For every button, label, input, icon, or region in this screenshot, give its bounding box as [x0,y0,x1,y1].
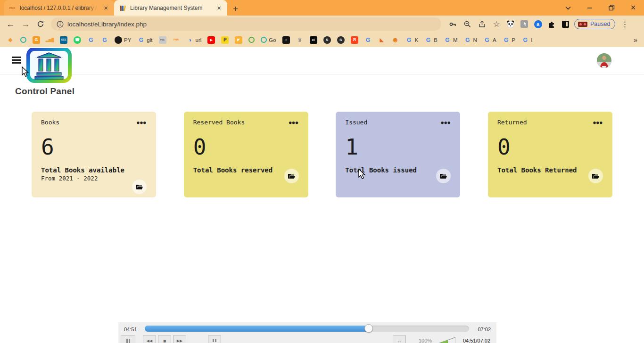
github-bookmark[interactable]: PY [115,36,131,44]
google-m-bookmark-icon: G [444,36,451,44]
eye-bookmark[interactable]: ◉ [392,36,399,44]
google-a-bookmark-label: A [493,37,496,43]
google-b-bookmark-icon: G [424,36,432,44]
s-dark-bookmark-2[interactable]: S [337,36,345,44]
page-title: Control Panel [15,86,74,97]
google-a-bookmark[interactable]: GA [483,36,496,44]
page-content: Control Panel Books ●●● 6 Total Books av… [0,47,644,343]
google-p-bookmark[interactable]: GP [503,36,516,44]
ieee-bookmark[interactable]: IEEE [60,36,67,44]
more-options-icon[interactable]: ●●● [593,119,603,125]
reload-icon[interactable] [34,17,47,31]
restore-window-icon[interactable] [601,0,622,16]
next-button[interactable]: ▶▶ [173,335,186,343]
cl-bookmark[interactable]: cl [310,36,317,44]
google-git-bookmark-label: git [147,37,152,43]
mouse-cursor [22,66,31,80]
progress-thumb[interactable] [364,324,373,333]
more-options-icon[interactable]: ●●● [289,119,299,125]
stop-button[interactable]: ■ [158,335,171,343]
google-git-bookmark[interactable]: Ggit [137,36,152,44]
bird-bookmark[interactable]: ● [282,36,290,44]
more-options-icon[interactable]: ●●● [441,119,451,125]
matlab-bookmark[interactable]: ◣ [378,36,386,44]
pma-orange-bookmark[interactable]: PMA [173,36,180,44]
marker-button[interactable] [208,335,221,343]
analytics-bars-bookmark[interactable]: ▂▅█ [46,36,54,44]
google-b-bookmark[interactable]: GB [424,36,438,44]
figure-bookmark-icon: § [296,36,304,44]
address-bar[interactable]: localhost/eLibrary/index.php [51,17,441,31]
new-tab-button[interactable]: + [233,4,238,13]
fit-width-button[interactable]: ↔ [393,335,406,343]
more-options-icon[interactable]: ●●● [137,119,147,125]
yandex-bookmark[interactable]: Я [351,36,358,44]
google-m-bookmark[interactable]: GM [444,36,458,44]
cl-bookmark-icon: cl [310,36,317,44]
close-tab-icon[interactable]: × [215,4,223,12]
hamburger-menu-icon[interactable] [12,57,21,64]
zoom-out-icon[interactable] [461,17,474,31]
recorder-paused-badge[interactable]: Paused [574,19,615,29]
google-i-bookmark-label: I [531,37,532,43]
tab-phpmyadmin[interactable]: PMA localhost / 127.0.0.1 / elibrary / a… [4,0,114,16]
pma-gray-bookmark[interactable]: PMA [159,36,166,44]
whatsapp-bookmark[interactable]: ☎ [74,36,81,44]
pause-button[interactable] [121,335,135,343]
back-icon[interactable]: ← [4,17,17,31]
p-yellow-bookmark[interactable]: P [221,36,229,44]
bookmarks-bar: ◆G▂▅█IEEE☎GGPYGgitPMAPMA◑url▶P◤Go●§clSSЯ… [0,33,644,47]
figure-bookmark[interactable]: § [296,36,304,44]
open-folder-button[interactable] [284,169,299,183]
pma-gray-bookmark-icon: PMA [159,36,166,44]
url-text[interactable]: localhost/eLibrary/index.php [67,21,147,28]
teal-go-bookmark[interactable]: Go [261,37,276,43]
darkmode-extension-icon[interactable] [559,18,571,30]
user-avatar[interactable] [597,53,611,68]
close-window-icon[interactable]: × [622,0,644,16]
tab-library-management[interactable]: Library Management System × [114,0,227,16]
s-dark-bookmark-1[interactable]: S [323,36,331,44]
google-bookmark-3[interactable]: G [364,36,372,44]
info-circle-icon[interactable] [57,21,64,28]
cassette-icon [578,22,587,27]
youtube-bookmark[interactable]: ▶ [207,36,215,44]
orange-g-bookmark[interactable]: G [33,36,40,44]
seek-bar[interactable] [145,326,469,332]
minimize-icon[interactable] [579,0,601,16]
url-bookmark-icon: ◑ [186,36,194,44]
camera-bookmark[interactable]: ◤ [235,36,242,44]
github-bookmark-label: PY [124,37,131,43]
volume-wedge[interactable] [436,337,455,343]
key-icon[interactable] [446,17,459,31]
close-tab-icon[interactable]: × [102,4,109,12]
teal-ring-bookmark[interactable] [20,37,26,43]
green-ring-bookmark[interactable] [248,37,255,43]
share-icon[interactable] [475,17,488,31]
open-folder-button[interactable] [436,169,451,183]
browser-toolbar: ← → localhost/eLibrary/index.php ☆ [0,16,644,33]
browser-menu-icon[interactable]: ⋮ [618,17,631,31]
folder-open-icon [288,173,296,179]
google-k-bookmark[interactable]: GK [405,36,419,44]
previous-button[interactable]: ◀◀ [143,335,156,343]
google-bookmark-1[interactable]: G [87,36,95,44]
panda-extension-icon[interactable] [504,18,517,30]
p-yellow-bookmark-icon: P [221,36,229,44]
a-extension-icon[interactable]: a [532,18,544,30]
hand-pointer-extension-icon[interactable] [518,18,530,30]
google-git-bookmark-icon: G [137,36,145,44]
open-folder-button[interactable] [588,169,603,183]
google-n-bookmark[interactable]: GN [464,36,477,44]
google-i-bookmark[interactable]: GI [521,36,532,44]
open-folder-button[interactable] [132,180,147,194]
url-bookmark[interactable]: ◑url [186,36,202,44]
bookmark-star-icon[interactable]: ☆ [490,17,503,31]
teal-go-bookmark-label: Go [269,37,276,43]
diamond-bookmark[interactable]: ◆ [7,36,14,44]
forward-icon[interactable]: → [19,17,32,31]
extensions-puzzle-icon[interactable] [545,18,558,30]
tab-search-chevron-icon[interactable] [557,0,579,16]
google-bookmark-2[interactable]: G [101,36,108,44]
bookmarks-overflow-chevron[interactable]: » [634,36,637,44]
